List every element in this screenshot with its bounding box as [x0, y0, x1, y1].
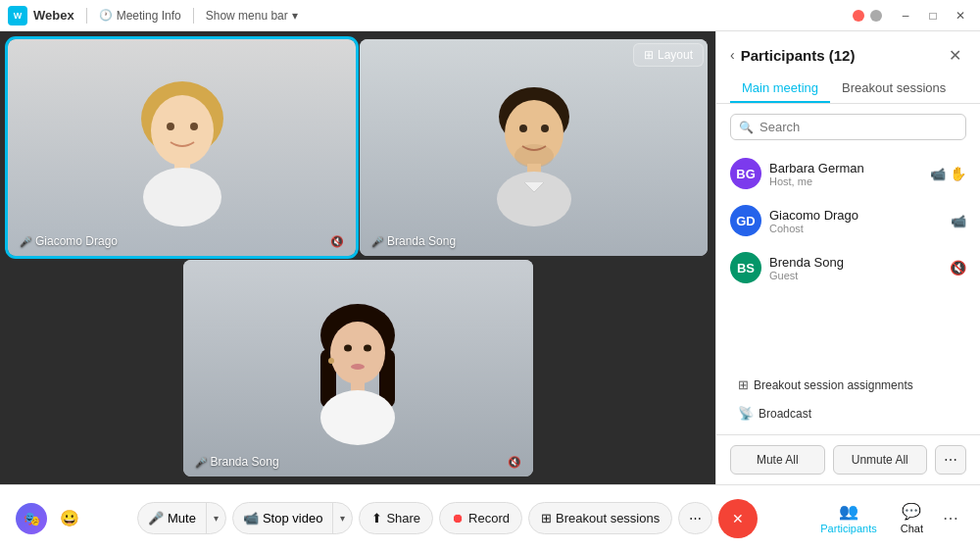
sidebar-footer-btns: Mute All Unmute All ⋯	[716, 434, 980, 484]
mic-icon-p2: 🎤	[371, 236, 383, 247]
end-call-btn[interactable]: ✕	[718, 499, 758, 538]
avatar-1: BG	[730, 158, 761, 189]
mute-split-btn: 🎤 Mute ▾	[137, 502, 226, 534]
unmute-all-btn[interactable]: Unmute All	[833, 445, 928, 475]
show-menu-btn[interactable]: Show menu bar ▾	[206, 9, 298, 23]
sidebar-header: ‹ Participants (12) ✕	[716, 31, 980, 67]
record-label: Record	[468, 511, 510, 526]
svg-point-12	[497, 172, 571, 226]
mute-arrow-btn[interactable]: ▾	[207, 505, 225, 531]
search-icon: 🔍	[739, 121, 754, 134]
person-svg-2	[475, 70, 593, 226]
tab-main-meeting[interactable]: Main meeting	[730, 75, 830, 103]
video-label-p2: 🎤 Branda Song	[371, 234, 456, 248]
record-btn[interactable]: ⏺ Record	[439, 502, 522, 534]
participant-name-1: Barbara German	[769, 161, 922, 175]
video-name-p2: Branda Song	[387, 234, 456, 248]
breakout-sessions-label: Breakout sessions	[556, 511, 660, 526]
broadcast-label: Broadcast	[759, 407, 811, 421]
icon-red	[853, 10, 864, 22]
mute-label: Mute	[168, 511, 196, 526]
main-content: ⊞ Layout	[0, 31, 980, 484]
breakout-assignments-btn[interactable]: ⊞ Breakout session assignments	[730, 374, 921, 396]
muted-indicator-p1: 🔇	[330, 235, 344, 248]
list-item[interactable]: BG Barbara German Host, me 📹 ✋	[724, 150, 972, 197]
mute-all-btn[interactable]: Mute All	[730, 445, 825, 475]
list-item[interactable]: GD Giacomo Drago Cohost 📹	[724, 197, 972, 244]
maximize-btn[interactable]: □	[921, 4, 945, 27]
broadcast-btn[interactable]: 📡 Broadcast	[730, 402, 819, 425]
stop-video-icon: 📹	[243, 511, 259, 526]
more-btn[interactable]: ⋯	[678, 502, 712, 534]
share-label: Share	[386, 511, 420, 526]
sidebar-tabs: Main meeting Breakout sessions	[716, 67, 980, 104]
sidebar-quick-actions: ⊞ Breakout session assignments 📡 Broadca…	[716, 366, 980, 434]
sidebar-title: Participants (12)	[741, 47, 856, 64]
breakout-sessions-btn[interactable]: ⊞ Breakout sessions	[528, 502, 672, 534]
toolbar-left: 🎭 😀	[16, 503, 84, 534]
layout-icon: ⊞	[644, 48, 654, 62]
person-bg-3	[183, 260, 533, 476]
participant-info-1: Barbara German Host, me	[769, 161, 922, 187]
video-grid: 🎤 Giacomo Drago 🔇	[0, 31, 715, 484]
stop-video-main-btn[interactable]: 📹 Stop video	[233, 503, 333, 533]
chevron-down-icon: ▾	[292, 9, 298, 23]
toolbar-more-right[interactable]: ⋯	[937, 505, 964, 532]
titlebar: W Webex 🕐 Meeting Info Show menu bar ▾ –…	[0, 0, 980, 31]
stop-video-split-btn: 📹 Stop video ▾	[232, 502, 353, 534]
svg-point-9	[519, 125, 527, 132]
face-1	[8, 39, 356, 256]
participants-icon: 👥	[839, 502, 858, 521]
participant-actions-3: 🔇	[950, 260, 966, 276]
titlebar-divider	[86, 8, 87, 24]
layout-label: Layout	[658, 48, 693, 62]
mic-muted-icon-3: 🔇	[950, 260, 966, 276]
participant-actions-2: 📹	[951, 214, 966, 228]
avatar-3: BS	[730, 252, 761, 283]
share-btn[interactable]: ⬆ Share	[359, 502, 433, 534]
close-btn[interactable]: ✕	[949, 4, 972, 27]
chevron-left-icon: ‹	[730, 47, 735, 63]
svg-point-17	[344, 344, 352, 351]
svg-point-18	[364, 344, 371, 351]
svg-point-5	[143, 168, 221, 226]
svg-point-22	[320, 390, 395, 445]
sidebar-close-btn[interactable]: ✕	[943, 43, 966, 67]
face-3	[183, 260, 533, 476]
meeting-info-btn[interactable]: 🕐 Meeting Info	[99, 9, 181, 23]
emoji-icon[interactable]: 😀	[55, 504, 84, 533]
tab-breakout-sessions[interactable]: Breakout sessions	[830, 75, 957, 103]
video-name-p1: Giacomo Drago	[35, 234, 118, 248]
video-label-p1: 🎤 Giacomo Drago	[20, 234, 118, 248]
participants-btn[interactable]: 👥 Participants	[810, 498, 886, 538]
more-icon: ⋯	[689, 511, 702, 526]
raise-hand-icon-1: ✋	[950, 166, 966, 181]
stop-video-arrow-btn[interactable]: ▾	[333, 505, 352, 531]
layout-button[interactable]: ⊞ Layout	[633, 43, 704, 67]
chat-btn[interactable]: 💬 Chat	[891, 498, 933, 538]
stop-video-label: Stop video	[263, 511, 322, 526]
breakout-sessions-icon: ⊞	[541, 511, 552, 526]
sidebar-more-btn[interactable]: ⋯	[935, 445, 966, 475]
participant-info-3: Brenda Song Guest	[769, 255, 942, 281]
meeting-info-label: Meeting Info	[117, 9, 181, 23]
mic-icon-p1: 🎤	[20, 236, 31, 247]
participant-list: BG Barbara German Host, me 📹 ✋ GD Giacom…	[716, 150, 980, 366]
mute-main-btn[interactable]: 🎤 Mute	[138, 503, 207, 533]
sidebar-search: 🔍	[716, 104, 980, 150]
list-item[interactable]: BS Brenda Song Guest 🔇	[724, 244, 972, 291]
title-icons	[853, 10, 882, 22]
search-input[interactable]	[760, 120, 957, 134]
video-area: ⊞ Layout	[0, 31, 715, 484]
sidebar: ‹ Participants (12) ✕ Main meeting Break…	[715, 31, 980, 484]
webex-logo: W	[8, 6, 27, 25]
person-svg-3	[299, 290, 416, 447]
titlebar-divider2	[193, 8, 194, 24]
minimize-btn[interactable]: –	[894, 4, 917, 27]
toolbar-center: 🎤 Mute ▾ 📹 Stop video ▾ ⬆ Share ⏺ Record…	[96, 499, 799, 538]
video-name-p3: Branda Song	[211, 455, 279, 469]
end-icon: ✕	[732, 511, 744, 526]
face-2	[360, 39, 708, 256]
video-cell-p3: 🎤 Branda Song 🔇	[183, 260, 533, 476]
broadcast-icon: 📡	[738, 406, 754, 421]
